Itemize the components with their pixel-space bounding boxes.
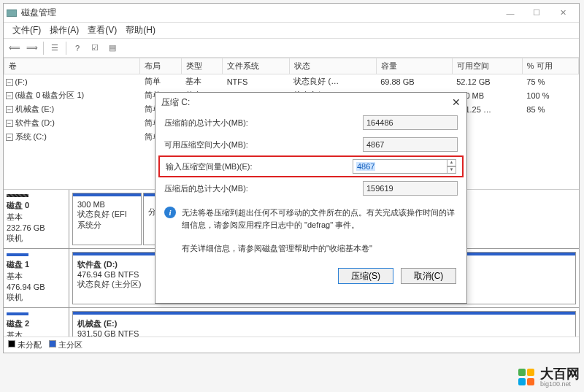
shrink-dialog: 压缩 C: ✕ 压缩前的总计大小(MB): 164486 可用压缩空间大小(MB… [155, 92, 467, 304]
forward-icon[interactable]: ⟹ [24, 41, 40, 55]
help-link-text: 有关详细信息，请参阅磁盘管理帮助中的"收缩基本卷" [164, 243, 372, 254]
info-icon: i [164, 207, 176, 218]
tree-toggle-icon[interactable]: − [6, 120, 13, 127]
col-header[interactable]: 可用空间 [452, 58, 522, 74]
close-button[interactable]: ✕ [550, 6, 576, 20]
app-icon [7, 8, 17, 18]
table-view-icon[interactable]: ☰ [47, 41, 63, 55]
size-before-value: 164486 [363, 115, 458, 130]
col-header[interactable]: 卷 [4, 58, 140, 74]
svg-rect-0 [7, 9, 17, 16]
list-icon[interactable]: ▤ [104, 41, 120, 55]
minimize-button[interactable]: — [497, 6, 523, 20]
window-title: 磁盘管理 [21, 7, 497, 19]
primary-swatch [49, 340, 56, 347]
toolbar: ⟸ ⟹ ☰ ? ☑ ▤ [4, 39, 579, 58]
maximize-button[interactable]: ☐ [523, 6, 550, 20]
watermark: 大百网 big100.net [518, 367, 580, 388]
col-header[interactable]: 容量 [376, 58, 452, 74]
col-header[interactable]: 布局 [140, 58, 181, 74]
col-header[interactable]: % 可用 [522, 58, 578, 74]
enter-shrink-input[interactable]: 4867 [353, 159, 447, 174]
shrink-stepper[interactable]: ▲▼ [447, 159, 456, 174]
titlebar: 磁盘管理 — ☐ ✕ [4, 4, 579, 23]
available-shrink-value: 4867 [363, 137, 458, 152]
refresh-icon[interactable]: ☑ [87, 41, 103, 55]
menu-view[interactable]: 查看(V) [83, 24, 121, 36]
info-text: 无法将卷压缩到超出任何不可移动的文件所在的点。有关完成该操作时间的详细信息，请参… [182, 207, 458, 231]
enter-shrink-label: 输入压缩空间量(MB)(E): [166, 161, 353, 172]
table-row[interactable]: −(F:)简单基本NTFS状态良好 (…69.88 GB52.12 GB75 % [4, 74, 579, 89]
legend: 未分配 主分区 [4, 337, 579, 353]
tree-toggle-icon[interactable]: − [6, 79, 13, 86]
tree-toggle-icon[interactable]: − [6, 92, 13, 99]
menu-action[interactable]: 操作(A) [45, 24, 83, 36]
unallocated-swatch [8, 340, 15, 347]
menubar: 文件(F) 操作(A) 查看(V) 帮助(H) [4, 23, 579, 39]
size-after-value: 159619 [363, 181, 458, 196]
dialog-title: 压缩 C: [161, 96, 190, 109]
back-icon[interactable]: ⟸ [7, 41, 23, 55]
menu-help[interactable]: 帮助(H) [121, 24, 160, 36]
col-header[interactable]: 类型 [181, 58, 222, 74]
menu-file[interactable]: 文件(F) [8, 24, 45, 36]
cancel-button[interactable]: 取消(C) [401, 268, 456, 284]
size-after-label: 压缩后的总计大小(MB): [164, 183, 363, 194]
available-shrink-label: 可用压缩空间大小(MB): [164, 139, 363, 150]
col-header[interactable]: 状态 [289, 58, 376, 74]
shrink-button[interactable]: 压缩(S) [338, 268, 393, 284]
col-header[interactable]: 文件系统 [223, 58, 290, 74]
size-before-label: 压缩前的总计大小(MB): [164, 118, 363, 128]
tree-toggle-icon[interactable]: − [6, 106, 13, 113]
tree-toggle-icon[interactable]: − [6, 134, 13, 141]
help-icon[interactable]: ? [69, 41, 85, 55]
dialog-close-icon[interactable]: ✕ [452, 96, 461, 108]
watermark-logo-icon [518, 369, 536, 386]
partition[interactable]: 300 MB状态良好 (EFI 系统分 [72, 193, 142, 245]
